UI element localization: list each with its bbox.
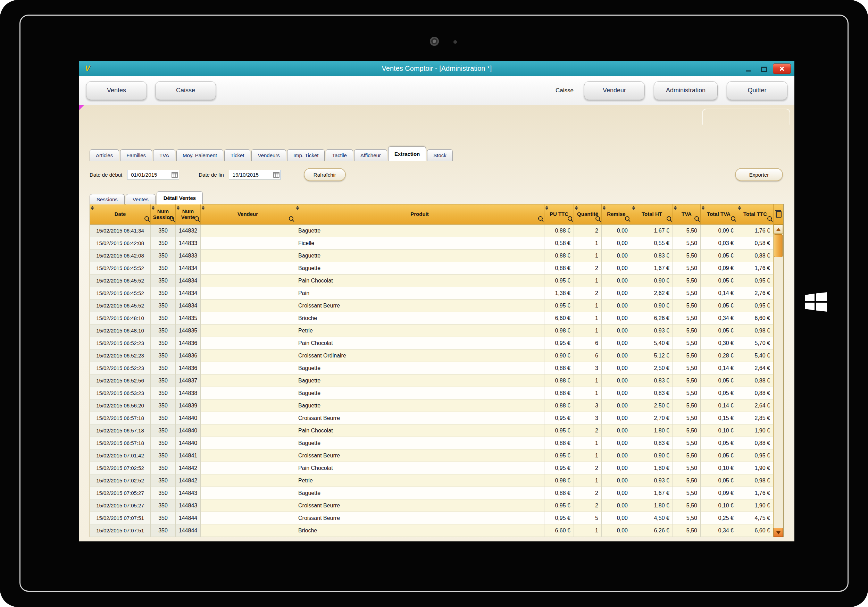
sort-icon bbox=[603, 206, 606, 210]
table-cell: 0,00 bbox=[602, 449, 631, 462]
table-row[interactable]: 15/02/2015 07:02:52350144842Pain Chocola… bbox=[90, 462, 773, 474]
tab-afficheur[interactable]: Afficheur bbox=[354, 149, 387, 161]
filter-magnifier-icon[interactable] bbox=[731, 216, 735, 221]
table-row[interactable]: 15/02/2015 06:56:20350144839Baguette0,88… bbox=[90, 400, 773, 412]
table-row[interactable]: 15/02/2015 06:45:52350144834Croissant Be… bbox=[90, 299, 773, 312]
table-row[interactable]: 15/02/2015 07:07:51350144844Croissant Be… bbox=[90, 512, 773, 524]
table-cell: 350 bbox=[151, 225, 176, 237]
column-header-vendeur[interactable]: Vendeur bbox=[201, 204, 295, 225]
filter-magnifier-icon[interactable] bbox=[289, 216, 293, 221]
column-header-pu-ttc[interactable]: PU TTC bbox=[544, 204, 574, 225]
filter-magnifier-icon[interactable] bbox=[625, 216, 629, 221]
tab-stock[interactable]: Stock bbox=[427, 149, 453, 161]
tab-tva[interactable]: TVA bbox=[153, 149, 175, 161]
scrollbar-thumb[interactable] bbox=[774, 234, 783, 257]
minimize-icon bbox=[746, 70, 751, 71]
tab-vendeurs[interactable]: Vendeurs bbox=[251, 149, 286, 161]
filter-magnifier-icon[interactable] bbox=[595, 216, 600, 221]
table-row[interactable]: 15/02/2015 06:41:34350144832Baguette0,88… bbox=[90, 225, 773, 237]
table-cell: 144843 bbox=[176, 499, 201, 512]
table-row[interactable]: 15/02/2015 06:57:18350144840Croissant Be… bbox=[90, 412, 773, 424]
table-cell: 5,50 bbox=[673, 412, 701, 424]
scroll-down-icon[interactable] bbox=[773, 528, 783, 537]
table-row[interactable]: 15/02/2015 06:42:08350144833Ficelle0,58 … bbox=[90, 237, 773, 249]
filter-magnifier-icon[interactable] bbox=[694, 216, 699, 221]
minimize-button[interactable] bbox=[742, 64, 754, 74]
close-button[interactable] bbox=[773, 63, 791, 74]
table-cell bbox=[201, 362, 295, 375]
table-row[interactable]: 15/02/2015 06:48:10350144835Brioche6,60 … bbox=[90, 312, 773, 325]
filter-magnifier-icon[interactable] bbox=[538, 216, 542, 221]
table-row[interactable]: 15/02/2015 06:53:23350144838Baguette0,88… bbox=[90, 387, 773, 400]
quitter-button[interactable]: Quitter bbox=[727, 81, 787, 100]
table-row[interactable]: 15/02/2015 06:57:18350144840Baguette0,88… bbox=[90, 437, 773, 449]
tab-moy-paiement[interactable]: Moy. Paiement bbox=[177, 149, 223, 161]
table-cell: 6,60 € bbox=[544, 312, 574, 325]
column-header-total-tva[interactable]: Total TVA bbox=[701, 204, 737, 225]
table-cell: 5,70 € bbox=[737, 337, 773, 350]
export-button[interactable]: Exporter bbox=[735, 168, 783, 181]
table-row[interactable]: 15/02/2015 06:45:52350144834Pain Chocola… bbox=[90, 274, 773, 287]
vertical-scrollbar[interactable] bbox=[773, 225, 783, 537]
table-cell: 1 bbox=[574, 474, 602, 487]
caisse-button[interactable]: Caisse bbox=[155, 81, 216, 100]
table-row[interactable]: 15/02/2015 06:52:23350144836Baguette0,88… bbox=[90, 362, 773, 375]
clear-filter-icon[interactable] bbox=[776, 211, 781, 218]
column-header-total-ttc[interactable]: Total TTC bbox=[737, 204, 773, 225]
scroll-up-icon[interactable] bbox=[773, 225, 783, 234]
refresh-button[interactable]: Rafraîchir bbox=[304, 168, 346, 181]
filter-magnifier-icon[interactable] bbox=[144, 216, 149, 221]
filter-magnifier-icon[interactable] bbox=[194, 216, 199, 221]
tab-articles[interactable]: Articles bbox=[90, 149, 119, 161]
table-row[interactable]: 15/02/2015 06:42:08350144833Baguette0,88… bbox=[90, 249, 773, 262]
table-row[interactable]: 15/02/2015 07:05:27350144843Baguette0,88… bbox=[90, 487, 773, 499]
subtab-sessions[interactable]: Sessions bbox=[90, 194, 125, 204]
table-row[interactable]: 15/02/2015 06:57:18350144840Pain Chocola… bbox=[90, 424, 773, 437]
column-header-num-session[interactable]: Num Session bbox=[151, 204, 176, 225]
column-header-date[interactable]: Date bbox=[90, 204, 151, 225]
table-row[interactable]: 15/02/2015 07:01:42350144841Croissant Be… bbox=[90, 449, 773, 462]
sort-icon bbox=[738, 206, 741, 210]
table-row[interactable]: 15/02/2015 06:52:56350144837Baguette0,88… bbox=[90, 375, 773, 387]
tab-imp-ticket[interactable]: Imp. Ticket bbox=[287, 149, 325, 161]
table-row[interactable]: 15/02/2015 07:07:51350144844Brioche6,60 … bbox=[90, 524, 773, 537]
tab-familles[interactable]: Familles bbox=[120, 149, 152, 161]
grid-header-corner[interactable] bbox=[773, 204, 783, 225]
calendar-icon[interactable] bbox=[273, 172, 279, 178]
table-row[interactable]: 15/02/2015 06:52:23350144836Croissant Or… bbox=[90, 350, 773, 362]
administration-button[interactable]: Administration bbox=[654, 81, 718, 100]
filter-magnifier-icon[interactable] bbox=[767, 216, 772, 221]
table-row[interactable]: 15/02/2015 06:48:10350144835Petrie0,98 €… bbox=[90, 325, 773, 337]
table-row[interactable]: 15/02/2015 06:45:52350144834Baguette0,88… bbox=[90, 262, 773, 274]
tab-extraction[interactable]: Extraction bbox=[388, 146, 426, 161]
maximize-button[interactable] bbox=[758, 64, 769, 74]
column-header-tva[interactable]: TVA bbox=[673, 204, 701, 225]
table-cell: 0,05 € bbox=[701, 274, 737, 287]
table-row[interactable]: 15/02/2015 06:45:52350144834Pain1,38 €20… bbox=[90, 287, 773, 299]
column-header-produit[interactable]: Produit bbox=[295, 204, 544, 225]
subtab-detail-ventes[interactable]: Détail Ventes bbox=[157, 191, 203, 204]
column-header-quantite[interactable]: Quantité bbox=[574, 204, 602, 225]
tab-ticket[interactable]: Ticket bbox=[224, 149, 250, 161]
filter-magnifier-icon[interactable] bbox=[666, 216, 671, 221]
vendeur-button[interactable]: Vendeur bbox=[584, 81, 645, 100]
table-row[interactable]: 15/02/2015 07:05:27350144843Croissant Be… bbox=[90, 499, 773, 512]
filter-magnifier-icon[interactable] bbox=[169, 216, 174, 221]
column-header-total-ht[interactable]: Total HT bbox=[631, 204, 673, 225]
filter-magnifier-icon[interactable] bbox=[568, 216, 572, 221]
table-cell: 1 bbox=[574, 274, 602, 287]
table-cell: 0,34 € bbox=[701, 312, 737, 325]
column-header-remise[interactable]: Remise bbox=[602, 204, 631, 225]
subtab-ventes[interactable]: Ventes bbox=[126, 194, 155, 204]
table-row[interactable]: 15/02/2015 06:52:23350144836Pain Chocola… bbox=[90, 337, 773, 350]
result-subtabs: Sessions Ventes Détail Ventes bbox=[90, 189, 204, 204]
tab-tactile[interactable]: Tactile bbox=[326, 149, 353, 161]
ventes-button[interactable]: Ventes bbox=[86, 81, 147, 100]
table-row[interactable]: 15/02/2015 07:02:52350144842Petrie0,98 €… bbox=[90, 474, 773, 487]
table-cell: 15/02/2015 06:57:18 bbox=[90, 437, 151, 449]
calendar-icon[interactable] bbox=[172, 172, 178, 178]
table-cell: 144844 bbox=[176, 524, 201, 537]
table-cell: 0,05 € bbox=[701, 474, 737, 487]
table-cell: 15/02/2015 07:01:42 bbox=[90, 449, 151, 462]
column-header-num-vente[interactable]: Num Vente bbox=[176, 204, 201, 225]
